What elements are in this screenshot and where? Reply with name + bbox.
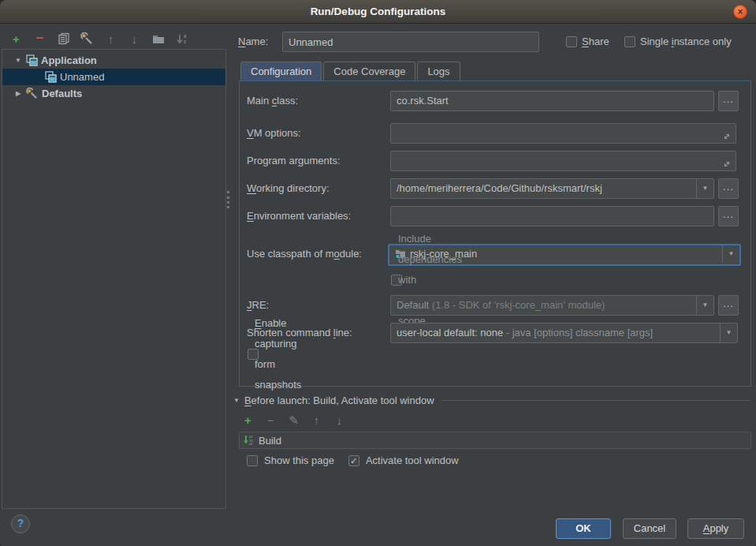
before-launch-toolbar: + − ✎ ↑ ↓: [241, 413, 346, 427]
minus-icon: −: [267, 413, 274, 427]
working-directory-combo[interactable]: /home/meriherrera/Code/Github/rsksmart/r…: [390, 178, 714, 199]
ellipsis-icon: ...: [723, 93, 734, 105]
title-bar[interactable]: Run/Debug Configurations ×: [0, 0, 756, 24]
main-class-field[interactable]: co.rsk.Start: [390, 91, 714, 111]
environment-variables-browse-button[interactable]: ...: [718, 206, 739, 226]
tab-configuration[interactable]: Configuration: [240, 62, 322, 81]
tree-item-label: Application: [41, 54, 97, 66]
configuration-panel: Main class: co.rsk.Start ... VM options:…: [239, 80, 751, 387]
dropdown-arrow-icon[interactable]: ▼: [696, 296, 713, 315]
add-configuration-button[interactable]: +: [9, 32, 23, 46]
tree-item-label: Defaults: [42, 88, 82, 99]
jre-browse-button[interactable]: ...: [718, 295, 739, 316]
vm-options-row: VM options:: [240, 123, 750, 145]
folder-icon: [152, 32, 165, 45]
before-launch-task-list: 011001 Build: [239, 432, 751, 449]
ellipsis-icon: ...: [723, 208, 734, 220]
task-row-build[interactable]: 011001 Build: [240, 432, 750, 448]
new-folder-button[interactable]: [151, 32, 165, 46]
remove-configuration-button[interactable]: −: [33, 32, 47, 46]
arrow-down-icon: ↓: [132, 32, 138, 46]
show-this-page-checkbox[interactable]: [247, 455, 258, 466]
close-icon: ×: [737, 6, 743, 17]
activate-tool-window-checkbox[interactable]: ✓: [348, 455, 359, 466]
svg-text:01: 01: [249, 442, 253, 446]
dropdown-arrow-icon[interactable]: ▼: [696, 179, 713, 198]
task-label: Build: [259, 435, 281, 447]
use-classpath-row: Use classpath of module: rskj-core_main …: [240, 244, 750, 266]
tree-item-label: Unnamed: [60, 71, 104, 83]
jre-combo[interactable]: Default (1.8 - SDK of 'rskj-core_main' m…: [390, 295, 714, 316]
application-icon: [45, 71, 57, 83]
tree-item-application[interactable]: ▼ Application: [2, 52, 225, 69]
share-checkbox[interactable]: [566, 36, 577, 47]
edit-defaults-button[interactable]: [80, 32, 94, 46]
expand-field-icon[interactable]: [722, 129, 732, 144]
move-up-button[interactable]: ↑: [104, 32, 117, 46]
enable-capturing-row: Enable capturing form snapshots: [240, 347, 750, 369]
plus-icon: +: [13, 32, 20, 46]
svg-text:z: z: [184, 39, 187, 44]
move-down-button[interactable]: ↓: [128, 32, 141, 46]
single-instance-label: Single instance only: [640, 36, 732, 47]
svg-text:a: a: [184, 33, 187, 39]
share-checkbox-group: Share: [566, 36, 609, 47]
jre-row: JRE: Default (1.8 - SDK of 'rskj-core_ma…: [240, 295, 750, 317]
edit-task-button[interactable]: ✎: [287, 413, 300, 427]
arrow-down-icon: ↓: [337, 413, 343, 427]
tab-code-coverage[interactable]: Code Coverage: [323, 62, 415, 81]
remove-task-button[interactable]: −: [264, 413, 277, 427]
program-arguments-field[interactable]: [390, 151, 736, 171]
before-launch-options: Show this page ✓ Activate tool window: [247, 454, 459, 466]
apply-button[interactable]: Apply: [687, 518, 744, 539]
shorten-command-line-combo[interactable]: user-local default: none - java [options…: [390, 323, 738, 343]
tab-logs[interactable]: Logs: [417, 62, 460, 81]
environment-variables-field[interactable]: [390, 206, 714, 226]
expand-field-icon[interactable]: [722, 156, 732, 171]
minus-icon: −: [36, 31, 44, 47]
main-class-browse-button[interactable]: ...: [718, 91, 739, 111]
window-title: Run/Debug Configurations: [0, 0, 756, 24]
working-directory-browse-button[interactable]: ...: [718, 178, 739, 199]
single-instance-checkbox-group: Single instance only: [624, 36, 732, 47]
close-button[interactable]: ×: [733, 5, 747, 19]
help-button[interactable]: ?: [11, 514, 30, 533]
panel-splitter[interactable]: [227, 191, 229, 208]
ok-button[interactable]: OK: [556, 518, 611, 539]
task-up-button[interactable]: ↑: [310, 413, 323, 427]
show-this-page-label: Show this page: [264, 454, 334, 466]
tab-bar: Configuration Code Coverage Logs: [240, 62, 460, 81]
before-launch-header[interactable]: ▼ Before launch: Build, Activate tool wi…: [233, 395, 751, 406]
arrow-up-icon: ↑: [108, 32, 114, 46]
configurations-tree: ▼ Application Unnamed ▶ Defaults: [2, 49, 226, 509]
single-instance-checkbox[interactable]: [624, 36, 635, 47]
cancel-button[interactable]: Cancel: [623, 518, 676, 539]
tree-expanded-icon: ▼: [13, 57, 23, 64]
task-down-button[interactable]: ↓: [333, 413, 346, 427]
vm-options-field[interactable]: [390, 123, 736, 144]
program-arguments-label: Program arguments:: [247, 151, 341, 171]
enable-capturing-label: Enable capturing form snapshots: [255, 313, 301, 395]
shorten-command-line-row: Shorten command line: user-local default…: [240, 323, 750, 345]
tree-item-defaults[interactable]: ▶ Defaults: [2, 85, 225, 102]
copy-configuration-button[interactable]: [57, 32, 70, 46]
dropdown-arrow-icon[interactable]: ▼: [722, 245, 739, 263]
vm-options-label: VM options:: [247, 123, 301, 144]
section-divider: [441, 400, 751, 401]
plus-icon: +: [244, 413, 251, 427]
tree-item-unnamed[interactable]: Unnamed: [2, 69, 225, 85]
working-directory-row: Working directory: /home/meriherrera/Cod…: [240, 178, 750, 200]
help-icon: ?: [17, 517, 24, 529]
environment-variables-label: Environment variables:: [247, 206, 351, 226]
main-class-row: Main class: co.rsk.Start ...: [240, 91, 750, 113]
include-dependencies-row: Include dependencies with "Provided" sco…: [240, 273, 750, 295]
working-directory-label: Working directory:: [247, 178, 330, 199]
arrow-up-icon: ↑: [314, 413, 320, 427]
name-input[interactable]: [282, 32, 539, 52]
add-task-button[interactable]: +: [241, 413, 255, 427]
application-icon: [26, 54, 38, 66]
sort-configurations-button[interactable]: az: [175, 32, 188, 46]
tree-collapsed-icon: ▶: [13, 90, 23, 97]
dropdown-arrow-icon[interactable]: ▼: [720, 323, 737, 342]
wrench-icon: [80, 32, 94, 46]
